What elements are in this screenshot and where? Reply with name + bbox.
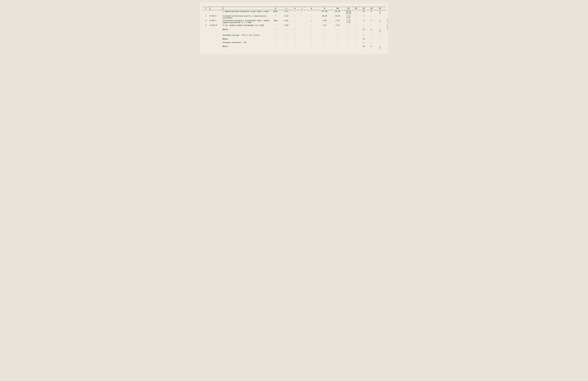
table-row: 4 8-409-II То же, провод каждый последую… xyxy=(203,24,386,27)
planovie-7: – xyxy=(298,41,305,44)
nakladnie-row: Накладные расходы – 87% от осн.з/платы –… xyxy=(203,34,386,37)
planovie-4: – xyxy=(270,41,281,44)
planovie-10: – xyxy=(331,41,344,44)
planovie-6: – xyxy=(292,41,298,44)
itogo3-9: – xyxy=(318,45,331,50)
itogo1-8: – xyxy=(305,28,318,33)
cell-1-10: 68-30 xyxy=(331,10,344,15)
planovie-1 xyxy=(203,41,209,44)
cell-2-7: – xyxy=(298,15,305,19)
itogo2-6: – xyxy=(292,37,298,40)
cell-2-4: " xyxy=(270,15,281,19)
itogo2-10: – xyxy=(331,37,344,40)
itogo2-2 xyxy=(209,37,222,40)
itogo2-4: – xyxy=(270,37,281,40)
planovie-14: – xyxy=(368,41,375,44)
col-header-9: 9 xyxy=(318,7,331,10)
cell-2-6: – xyxy=(292,15,298,19)
cell-4-10: I-I4 xyxy=(331,24,344,27)
cell-4-2: 8-409-II xyxy=(209,24,222,27)
nakladnie-11: – xyxy=(344,34,353,37)
itogo1-14: 9 xyxy=(368,28,375,33)
frac-top-i3: 7 xyxy=(379,46,380,48)
table-row: о люминесцентным освещением на две лампы… xyxy=(203,10,386,15)
cell-4-9: I-2I xyxy=(318,24,331,27)
cell-1-12: – xyxy=(353,10,359,15)
itogo2-1 xyxy=(203,37,209,40)
itogo2-7: – xyxy=(298,37,305,40)
cell-2-8: – xyxy=(305,15,318,19)
nakladnie-1 xyxy=(203,34,209,37)
nakladnie-5: – xyxy=(281,34,292,37)
cell-3-14: I xyxy=(368,19,375,24)
planovie-2 xyxy=(209,41,222,44)
itogo1-12: – xyxy=(353,28,359,33)
spacer-row xyxy=(203,27,386,28)
itogo3-10: – xyxy=(331,45,344,50)
cell-1-2 xyxy=(209,10,222,15)
itogo2-9: – xyxy=(318,37,331,40)
itogo1-9: – xyxy=(318,28,331,33)
cell-2-13: I xyxy=(359,15,368,19)
planovie-15: – xyxy=(375,41,385,44)
cell-1-13: I8 xyxy=(359,10,368,15)
frac-bot-3: – xyxy=(379,22,380,24)
itogo2-12: – xyxy=(353,37,359,40)
cell-2-9: 30-00 xyxy=(318,15,331,19)
itogo1-2 xyxy=(209,28,222,33)
nakladnie-3: Накладные расходы – 87% от осн.з/платы xyxy=(222,34,270,37)
frac-top-i1: 7 xyxy=(379,29,380,31)
itogo3-11: – xyxy=(344,45,353,50)
planovie-5: – xyxy=(281,41,292,44)
itogo1-3: Итого: xyxy=(222,28,270,33)
itogo1-10: – xyxy=(331,28,344,33)
cell-3-10: 2-36 xyxy=(331,19,344,24)
planovie-12: – xyxy=(353,41,359,44)
col-header-12: I2 xyxy=(353,7,359,10)
cell-1-8: – xyxy=(305,10,318,15)
planovie-row: Плановые накопления – 8% – – – – – – – –… xyxy=(203,41,386,44)
col-header-1: I xyxy=(203,7,209,10)
cell-3-15: I – xyxy=(375,19,385,24)
side-annotation: ЭО3–77 Лл.87(2) xyxy=(386,19,388,30)
cell-4-7: – xyxy=(298,24,305,27)
nakladnie-14: – xyxy=(368,34,375,37)
cell-3-3: Затягивание проводов в проложенную трубу… xyxy=(222,19,270,24)
itogo2-15: – xyxy=(375,37,385,40)
itogo3-4: – xyxy=(270,45,281,50)
col-header-5: 5 xyxy=(281,7,292,10)
itogo2-14: – xyxy=(368,37,375,40)
col-header-4: 4 xyxy=(270,7,281,10)
cell-4-4: " xyxy=(270,24,281,27)
cell-2-2: 8-59I-8 xyxy=(209,15,222,19)
itogo3-5: – xyxy=(281,45,292,50)
itogo3-12: – xyxy=(353,45,359,50)
cell-4-13: – xyxy=(359,24,368,27)
col-header-7: 7 xyxy=(298,7,305,10)
cell-3-11: 2-33 0-7I xyxy=(344,19,353,24)
cell-1-6: – xyxy=(292,10,298,15)
col-header-8: 8 xyxy=(305,7,318,10)
cell-3-8: « xyxy=(305,19,318,24)
cell-2-14: – xyxy=(368,15,375,19)
itogo3-6: – xyxy=(292,45,298,50)
nakladnie-6: – xyxy=(292,34,298,37)
itogo1-15: 7 2 xyxy=(375,28,385,33)
cell-2-11: I-I3 0-II xyxy=(344,15,353,19)
planovie-9: – xyxy=(318,41,331,44)
cell-1-11: 50–50 I6-00 xyxy=(344,10,353,15)
table-row: 2 8-59I-8 Установка штепсельных розеток … xyxy=(203,15,386,19)
nakladnie-13: 7 xyxy=(359,34,368,37)
itogo2-11: – xyxy=(344,37,353,40)
itogo-row-3: Итого: – – – – – – – – – 30 9 7 2 xyxy=(203,45,386,50)
col-header-2: 2 xyxy=(209,7,222,10)
itogo1-6: –' xyxy=(292,28,298,33)
nakladnie-2 xyxy=(209,34,222,37)
itogo1-11: – xyxy=(344,28,353,33)
col-header-11: II xyxy=(344,7,353,10)
itogo1-1 xyxy=(203,28,209,33)
cell-3-7: – xyxy=(298,19,305,24)
cell-3-4: 100м xyxy=(270,19,281,24)
cell-4-12: – xyxy=(353,24,359,27)
itogo1-4: – xyxy=(270,28,281,33)
